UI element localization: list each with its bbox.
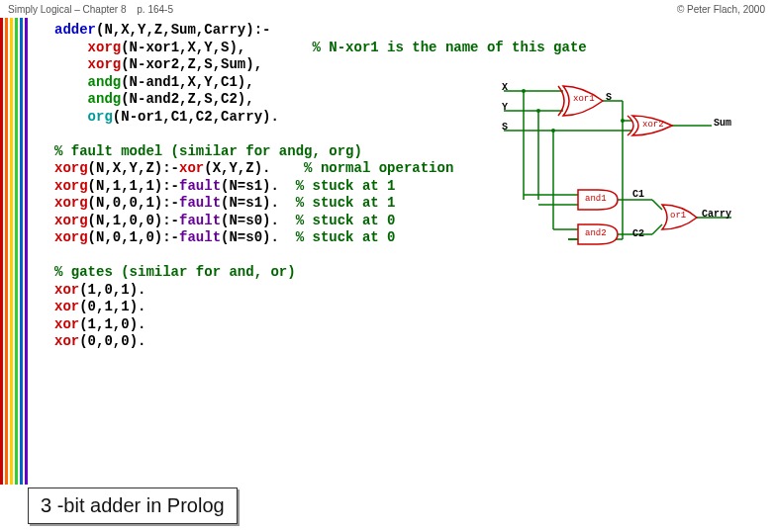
rail-4: [15, 18, 18, 485]
label-sInt: S: [606, 93, 612, 103]
comment: % stuck at 1: [296, 178, 396, 194]
label-or1: or1: [670, 212, 686, 221]
slide-title: 3 -bit adder in Prolog: [28, 488, 238, 524]
kw-fault: fault: [179, 229, 221, 245]
rail-5: [20, 18, 23, 485]
kw-fault: fault: [179, 213, 221, 228]
kw-xorg: xorg: [54, 213, 88, 228]
rail-3: [10, 18, 13, 485]
kw-xor: xor: [54, 316, 79, 332]
comment: % gates (similar for and, or): [54, 264, 296, 280]
kw-xorg: xorg: [88, 56, 122, 72]
label-y: Y: [502, 103, 508, 113]
rail-6: [25, 18, 28, 485]
adder-svg: [504, 81, 751, 269]
rail-1: [0, 18, 3, 485]
label-and1: and1: [585, 195, 607, 204]
comment: % normal operation: [304, 160, 453, 176]
kw-fault: fault: [179, 178, 221, 194]
comment: % stuck at 1: [296, 195, 396, 211]
kw-andg: andg: [88, 91, 122, 107]
comment: % stuck at 0: [296, 213, 396, 228]
kw-xor: xor: [54, 282, 79, 298]
kw-xorg: xorg: [54, 160, 88, 176]
svg-point-25: [621, 119, 625, 123]
svg-point-23: [536, 109, 540, 113]
header-bar: Simply Logical – Chapter 8 p. 164-5 © Pe…: [0, 0, 773, 18]
kw-xorg: xorg: [88, 40, 122, 55]
kw-adder: adder: [54, 22, 96, 38]
label-carry: Carry: [702, 210, 731, 220]
svg-line-20: [652, 224, 662, 234]
label-sum: Sum: [714, 119, 731, 129]
kw-andg: andg: [88, 74, 122, 90]
header-left: Simply Logical – Chapter 8 p. 164-5: [8, 4, 181, 15]
kw-xor: xor: [179, 160, 204, 176]
label-and2: and2: [585, 229, 607, 238]
comment: % N-xor1 is the name of this gate: [312, 40, 586, 55]
comment: % fault model (similar for andg, org): [54, 143, 362, 159]
kw-xor: xor: [54, 299, 79, 314]
rail-2: [5, 18, 8, 485]
copyright: © Peter Flach, 2000: [677, 4, 765, 15]
svg-point-22: [522, 89, 526, 93]
kw-fault: fault: [179, 195, 221, 211]
comment: % stuck at 0: [296, 229, 396, 245]
kw-xorg: xorg: [54, 178, 88, 194]
label-c1: C1: [632, 190, 644, 200]
label-c2: C2: [632, 229, 644, 239]
svg-point-24: [551, 129, 555, 133]
kw-xorg: xorg: [54, 195, 88, 211]
label-s: S: [502, 123, 508, 133]
adder-diagram: X Y S xor1 S xor2 Sum and1 C1 and2 C2 or…: [504, 81, 751, 269]
slide-root: Simply Logical – Chapter 8 p. 164-5 © Pe…: [0, 0, 773, 532]
content-area: adder(N,X,Y,Z,Sum,Carry):- xorg(N-xor1,X…: [54, 22, 763, 477]
label-xor2: xor2: [642, 121, 664, 130]
label-x: X: [502, 83, 508, 93]
label-xor1: xor1: [573, 95, 595, 104]
kw-xor: xor: [54, 333, 79, 349]
kw-org: org: [88, 109, 113, 125]
page-ref: p. 164-5: [137, 4, 173, 15]
kw-xorg: xorg: [54, 229, 88, 245]
rainbow-rails: [0, 18, 30, 485]
svg-line-19: [652, 200, 662, 210]
book-title: Simply Logical – Chapter 8: [8, 4, 127, 15]
